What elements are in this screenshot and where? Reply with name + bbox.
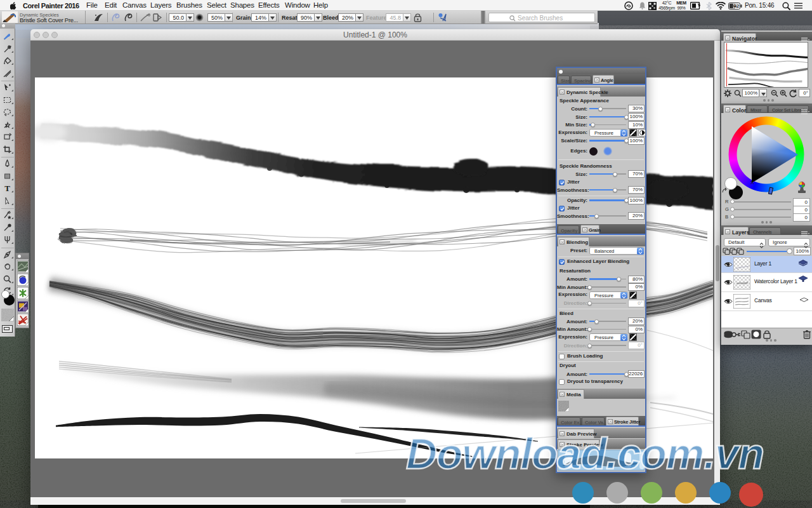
svg-text:T: T: [4, 184, 10, 193]
